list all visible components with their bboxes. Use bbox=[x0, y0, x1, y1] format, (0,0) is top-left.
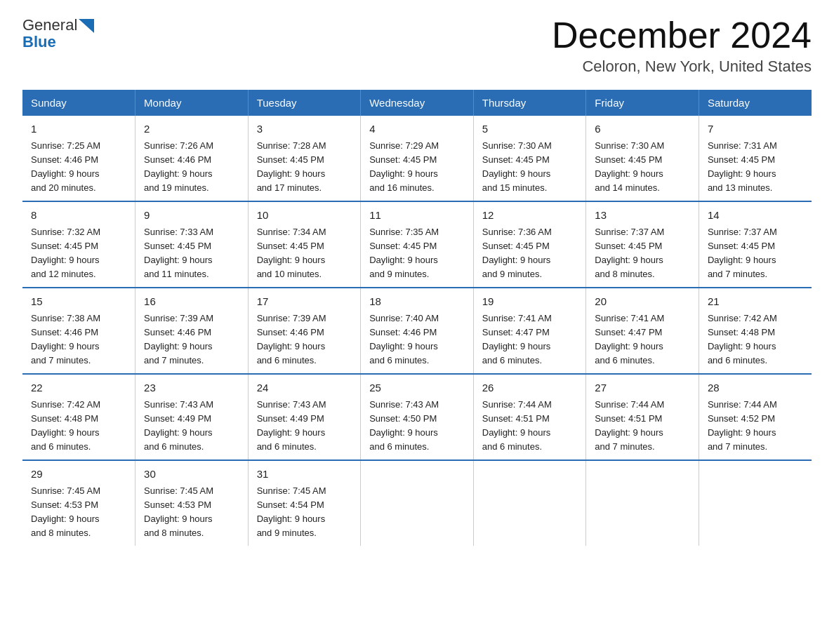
day-number: 21 bbox=[708, 294, 803, 310]
day-info: Sunrise: 7:25 AMSunset: 4:46 PMDaylight:… bbox=[31, 139, 126, 196]
logo-triangle-icon bbox=[79, 19, 94, 33]
day-info: Sunrise: 7:31 AMSunset: 4:45 PMDaylight:… bbox=[708, 139, 803, 196]
day-info: Sunrise: 7:28 AMSunset: 4:45 PMDaylight:… bbox=[257, 139, 352, 196]
day-info: Sunrise: 7:29 AMSunset: 4:45 PMDaylight:… bbox=[369, 139, 465, 196]
day-number: 3 bbox=[257, 121, 352, 137]
logo-blue: Blue bbox=[22, 34, 56, 51]
day-info: Sunrise: 7:38 AMSunset: 4:46 PMDaylight:… bbox=[31, 311, 126, 368]
day-number: 1 bbox=[31, 121, 126, 137]
calendar-cell: 23Sunrise: 7:43 AMSunset: 4:49 PMDayligh… bbox=[135, 374, 249, 460]
calendar-cell bbox=[586, 460, 699, 546]
calendar-cell: 29Sunrise: 7:45 AMSunset: 4:53 PMDayligh… bbox=[22, 460, 135, 546]
calendar-cell: 7Sunrise: 7:31 AMSunset: 4:45 PMDaylight… bbox=[699, 116, 812, 201]
header-row: Sunday Monday Tuesday Wednesday Thursday… bbox=[22, 90, 812, 116]
calendar-cell: 13Sunrise: 7:37 AMSunset: 4:45 PMDayligh… bbox=[586, 201, 699, 288]
calendar-cell: 16Sunrise: 7:39 AMSunset: 4:46 PMDayligh… bbox=[135, 288, 249, 374]
day-number: 4 bbox=[369, 121, 465, 137]
day-number: 6 bbox=[595, 121, 690, 137]
day-info: Sunrise: 7:45 AMSunset: 4:54 PMDaylight:… bbox=[257, 484, 352, 541]
day-info: Sunrise: 7:39 AMSunset: 4:46 PMDaylight:… bbox=[257, 311, 352, 368]
calendar-cell: 1Sunrise: 7:25 AMSunset: 4:46 PMDaylight… bbox=[22, 116, 135, 201]
header-saturday: Saturday bbox=[699, 90, 812, 116]
calendar-cell: 4Sunrise: 7:29 AMSunset: 4:45 PMDaylight… bbox=[361, 116, 474, 201]
day-info: Sunrise: 7:44 AMSunset: 4:51 PMDaylight:… bbox=[482, 398, 578, 455]
day-number: 26 bbox=[482, 380, 578, 396]
calendar-cell: 5Sunrise: 7:30 AMSunset: 4:45 PMDaylight… bbox=[473, 116, 586, 201]
day-info: Sunrise: 7:40 AMSunset: 4:46 PMDaylight:… bbox=[369, 311, 465, 368]
day-number: 17 bbox=[257, 294, 352, 310]
day-number: 8 bbox=[31, 208, 126, 224]
calendar-cell: 17Sunrise: 7:39 AMSunset: 4:46 PMDayligh… bbox=[248, 288, 361, 374]
day-info: Sunrise: 7:42 AMSunset: 4:48 PMDaylight:… bbox=[708, 311, 803, 368]
day-number: 23 bbox=[144, 380, 239, 396]
day-info: Sunrise: 7:43 AMSunset: 4:49 PMDaylight:… bbox=[144, 398, 239, 455]
day-info: Sunrise: 7:33 AMSunset: 4:45 PMDaylight:… bbox=[144, 225, 239, 282]
calendar-cell: 6Sunrise: 7:30 AMSunset: 4:45 PMDaylight… bbox=[586, 116, 699, 201]
header-tuesday: Tuesday bbox=[248, 90, 361, 116]
day-number: 13 bbox=[595, 208, 690, 224]
day-number: 29 bbox=[31, 467, 126, 483]
day-info: Sunrise: 7:39 AMSunset: 4:46 PMDaylight:… bbox=[144, 311, 239, 368]
calendar-cell: 3Sunrise: 7:28 AMSunset: 4:45 PMDaylight… bbox=[248, 116, 361, 201]
calendar-week-4: 22Sunrise: 7:42 AMSunset: 4:48 PMDayligh… bbox=[22, 374, 812, 460]
calendar-cell bbox=[699, 460, 812, 546]
calendar-cell: 31Sunrise: 7:45 AMSunset: 4:54 PMDayligh… bbox=[248, 460, 361, 546]
calendar-week-2: 8Sunrise: 7:32 AMSunset: 4:45 PMDaylight… bbox=[22, 201, 812, 288]
day-info: Sunrise: 7:43 AMSunset: 4:49 PMDaylight:… bbox=[257, 398, 352, 455]
day-number: 11 bbox=[369, 208, 465, 224]
day-number: 30 bbox=[144, 467, 239, 483]
day-info: Sunrise: 7:37 AMSunset: 4:45 PMDaylight:… bbox=[708, 225, 803, 282]
day-number: 18 bbox=[369, 294, 465, 310]
calendar-cell: 20Sunrise: 7:41 AMSunset: 4:47 PMDayligh… bbox=[586, 288, 699, 374]
day-number: 9 bbox=[144, 208, 239, 224]
day-info: Sunrise: 7:34 AMSunset: 4:45 PMDaylight:… bbox=[257, 225, 352, 282]
day-info: Sunrise: 7:44 AMSunset: 4:52 PMDaylight:… bbox=[708, 398, 803, 455]
day-info: Sunrise: 7:26 AMSunset: 4:46 PMDaylight:… bbox=[144, 139, 239, 196]
title-area: December 2024 Celoron, New York, United … bbox=[552, 17, 812, 76]
day-number: 31 bbox=[257, 467, 352, 483]
calendar-week-5: 29Sunrise: 7:45 AMSunset: 4:53 PMDayligh… bbox=[22, 460, 812, 546]
calendar-cell: 18Sunrise: 7:40 AMSunset: 4:46 PMDayligh… bbox=[361, 288, 474, 374]
day-info: Sunrise: 7:45 AMSunset: 4:53 PMDaylight:… bbox=[31, 484, 126, 541]
calendar-cell: 21Sunrise: 7:42 AMSunset: 4:48 PMDayligh… bbox=[699, 288, 812, 374]
day-info: Sunrise: 7:43 AMSunset: 4:50 PMDaylight:… bbox=[369, 398, 465, 455]
header-sunday: Sunday bbox=[22, 90, 135, 116]
calendar-cell: 14Sunrise: 7:37 AMSunset: 4:45 PMDayligh… bbox=[699, 201, 812, 288]
calendar-cell: 24Sunrise: 7:43 AMSunset: 4:49 PMDayligh… bbox=[248, 374, 361, 460]
calendar-cell: 19Sunrise: 7:41 AMSunset: 4:47 PMDayligh… bbox=[473, 288, 586, 374]
day-number: 7 bbox=[708, 121, 803, 137]
day-info: Sunrise: 7:30 AMSunset: 4:45 PMDaylight:… bbox=[482, 139, 578, 196]
calendar-cell: 22Sunrise: 7:42 AMSunset: 4:48 PMDayligh… bbox=[22, 374, 135, 460]
logo-general: General bbox=[22, 17, 77, 34]
day-number: 28 bbox=[708, 380, 803, 396]
calendar-cell: 27Sunrise: 7:44 AMSunset: 4:51 PMDayligh… bbox=[586, 374, 699, 460]
calendar-header: Sunday Monday Tuesday Wednesday Thursday… bbox=[22, 90, 812, 116]
calendar-table: Sunday Monday Tuesday Wednesday Thursday… bbox=[22, 90, 812, 546]
svg-marker-0 bbox=[79, 19, 94, 33]
calendar-week-1: 1Sunrise: 7:25 AMSunset: 4:46 PMDaylight… bbox=[22, 116, 812, 201]
day-info: Sunrise: 7:45 AMSunset: 4:53 PMDaylight:… bbox=[144, 484, 239, 541]
day-info: Sunrise: 7:41 AMSunset: 4:47 PMDaylight:… bbox=[595, 311, 690, 368]
day-number: 16 bbox=[144, 294, 239, 310]
day-number: 20 bbox=[595, 294, 690, 310]
day-number: 27 bbox=[595, 380, 690, 396]
calendar-body: 1Sunrise: 7:25 AMSunset: 4:46 PMDaylight… bbox=[22, 116, 812, 546]
calendar-cell bbox=[361, 460, 474, 546]
day-number: 14 bbox=[708, 208, 803, 224]
day-number: 12 bbox=[482, 208, 578, 224]
day-info: Sunrise: 7:35 AMSunset: 4:45 PMDaylight:… bbox=[369, 225, 465, 282]
day-number: 22 bbox=[31, 380, 126, 396]
calendar-cell: 11Sunrise: 7:35 AMSunset: 4:45 PMDayligh… bbox=[361, 201, 474, 288]
day-number: 25 bbox=[369, 380, 465, 396]
day-info: Sunrise: 7:44 AMSunset: 4:51 PMDaylight:… bbox=[595, 398, 690, 455]
day-info: Sunrise: 7:36 AMSunset: 4:45 PMDaylight:… bbox=[482, 225, 578, 282]
day-info: Sunrise: 7:30 AMSunset: 4:45 PMDaylight:… bbox=[595, 139, 690, 196]
calendar-cell: 15Sunrise: 7:38 AMSunset: 4:46 PMDayligh… bbox=[22, 288, 135, 374]
day-number: 19 bbox=[482, 294, 578, 310]
header-thursday: Thursday bbox=[473, 90, 586, 116]
calendar-cell: 8Sunrise: 7:32 AMSunset: 4:45 PMDaylight… bbox=[22, 201, 135, 288]
header-friday: Friday bbox=[586, 90, 699, 116]
day-info: Sunrise: 7:42 AMSunset: 4:48 PMDaylight:… bbox=[31, 398, 126, 455]
location-subtitle: Celoron, New York, United States bbox=[552, 58, 812, 76]
calendar-cell: 9Sunrise: 7:33 AMSunset: 4:45 PMDaylight… bbox=[135, 201, 249, 288]
